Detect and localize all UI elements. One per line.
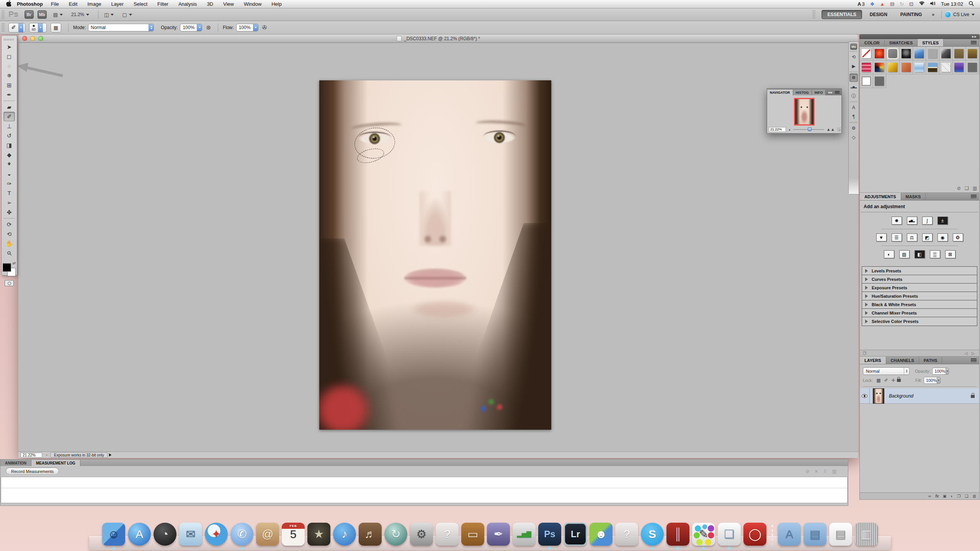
dock-addressbook-icon[interactable]: @ xyxy=(256,523,279,546)
dock-facetime-icon[interactable]: ✆ xyxy=(230,523,253,546)
select-measurements-icon[interactable]: ⊘ xyxy=(805,469,809,474)
zoom-window-button[interactable] xyxy=(38,36,43,41)
type-tool[interactable]: T xyxy=(3,188,15,198)
pen-tool[interactable]: ✑ xyxy=(3,179,15,188)
cs-live-button[interactable]: CS Live xyxy=(945,11,975,18)
color-balance-icon[interactable]: ⚖ xyxy=(907,233,917,241)
measurement-log-table[interactable] xyxy=(1,477,848,503)
style-none[interactable] xyxy=(860,47,873,60)
new-adjustment-icon[interactable]: ◐ xyxy=(951,494,953,498)
menu-item-analysis[interactable]: Analysis xyxy=(173,1,202,7)
dock-documents-folder-icon[interactable]: ▤ xyxy=(804,523,826,546)
menu-item-window[interactable]: Window xyxy=(239,1,266,7)
opacity-field[interactable]: 100%▼ xyxy=(180,24,202,31)
add-mask-icon[interactable]: ▣ xyxy=(943,494,946,498)
navigator-zoom-slider[interactable] xyxy=(793,127,824,131)
style-abstract[interactable] xyxy=(873,60,887,74)
canvas-area[interactable] xyxy=(18,43,858,452)
style-lightblue[interactable] xyxy=(913,60,926,74)
lock-all-icon[interactable] xyxy=(897,379,901,382)
clear-style-icon[interactable]: ⊘ xyxy=(957,186,961,191)
vibrance-icon[interactable]: ▼ xyxy=(876,233,887,241)
menu-item-file[interactable]: File xyxy=(46,1,64,7)
healing-brush-tool[interactable]: ▰ xyxy=(3,102,15,112)
menu-item-layer[interactable]: Layer xyxy=(106,1,129,7)
delete-measurements-icon[interactable]: ▥ xyxy=(832,469,836,474)
lock-move-icon[interactable]: ✛ xyxy=(892,378,895,383)
eyedropper-tool[interactable]: ✒ xyxy=(3,90,15,99)
menu-clock[interactable]: Tue 13:02 xyxy=(941,1,963,7)
style-purple[interactable] xyxy=(953,60,966,74)
dock-garageband-icon[interactable]: ♬ xyxy=(359,523,382,546)
layer-thumbnail[interactable] xyxy=(873,388,884,404)
navigator-icon[interactable]: ☸ xyxy=(849,73,858,82)
layer-fill-field[interactable]: 100%▼ xyxy=(924,377,941,384)
status-flyout-arrow[interactable] xyxy=(109,453,111,456)
dock-ical-icon[interactable]: 5FEB xyxy=(282,523,305,546)
minimize-button[interactable] xyxy=(30,36,35,41)
tab-adjustments[interactable]: ADJUSTMENTS xyxy=(860,193,901,200)
zoom-out-icon[interactable]: ▲ xyxy=(788,128,791,131)
dock-mail-icon[interactable]: ✉ xyxy=(179,523,202,546)
preset-channel-mixer-presets[interactable]: Channel Mixer Presets xyxy=(862,309,977,317)
expanded-view-icon[interactable]: ❒ xyxy=(863,351,866,355)
paragraph-icon[interactable]: ¶ xyxy=(849,112,858,121)
new-style-icon[interactable]: ❏ xyxy=(965,186,969,191)
selective-color-icon[interactable]: ⊠ xyxy=(945,250,956,258)
quick-mask-button[interactable] xyxy=(5,280,14,286)
menu-app-name[interactable]: Photoshop xyxy=(17,1,43,7)
hand-tool[interactable]: ✋ xyxy=(3,239,15,248)
dock-photoshop-icon[interactable]: Ps xyxy=(538,523,561,546)
screen-mode-button[interactable]: ▢ xyxy=(119,10,134,19)
deselect-measurements-icon[interactable]: ✕ xyxy=(815,469,818,474)
history-brush-tool[interactable]: ↺ xyxy=(3,131,15,140)
tool-presets-icon[interactable]: ⚙ xyxy=(849,124,858,132)
preset-levels-presets[interactable]: Levels Presets xyxy=(862,267,977,275)
quick-selection-tool[interactable]: ✵ xyxy=(3,71,15,80)
dock-safari-icon[interactable]: ✦ xyxy=(205,523,228,546)
toggle-brush-panel-button[interactable]: ▦ xyxy=(51,23,61,33)
menu-item-3d[interactable]: 3D xyxy=(202,1,218,7)
dodge-tool[interactable]: ◒ xyxy=(3,169,15,179)
zoom-tool[interactable]: ⚲ xyxy=(3,248,15,258)
preset-hue-saturation-presets[interactable]: Hue/Saturation Presets xyxy=(862,292,977,300)
style-outline[interactable] xyxy=(860,74,873,88)
black-white-icon[interactable]: ◩ xyxy=(922,233,933,241)
histogram-icon[interactable]: ▂▅▂ xyxy=(849,83,858,91)
navigator-thumbnail[interactable] xyxy=(794,98,815,126)
menu-item-edit[interactable]: Edit xyxy=(64,1,82,7)
wifi-icon[interactable] xyxy=(919,1,925,7)
tab-paths[interactable]: PATHS xyxy=(919,357,942,364)
zoom-level-button[interactable]: 21.2% xyxy=(69,10,92,19)
dock-itunes-icon[interactable]: ♪ xyxy=(333,523,356,546)
tab-color[interactable]: COLOR xyxy=(860,39,885,46)
style-dark-flat[interactable] xyxy=(966,60,979,74)
export-measurements-icon[interactable]: ⇩ xyxy=(823,469,827,474)
dock-imovie-icon[interactable]: ★ xyxy=(307,523,330,546)
custom-shape-tool[interactable]: ✤ xyxy=(3,207,15,217)
dock-timemachine-icon[interactable]: ↻ xyxy=(384,523,407,546)
style-flat-gray[interactable] xyxy=(926,47,939,60)
brush-preset-picker[interactable]: ✐ ▼ xyxy=(8,23,25,33)
dropbox-icon[interactable]: ❖ xyxy=(870,1,875,7)
brightness-contrast-icon[interactable]: ✺ xyxy=(892,217,902,225)
photo-filter-icon[interactable]: ◉ xyxy=(938,233,948,241)
3d-rotate-tool[interactable]: ⟳ xyxy=(3,220,15,229)
brush-size-picker[interactable]: ●60 ▼ xyxy=(29,23,47,33)
dock-iphoto-icon[interactable]: ❏ xyxy=(718,523,741,546)
status-zoom-field[interactable]: 21.22% xyxy=(21,453,42,458)
mini-bridge-icon[interactable]: Mb xyxy=(850,44,857,50)
layer-style-icon[interactable]: fx xyxy=(935,494,939,498)
panel-menu-icon[interactable] xyxy=(971,195,977,198)
sync-icon[interactable]: ↻ xyxy=(900,1,904,7)
navigator-tab-info[interactable]: INFO xyxy=(812,90,826,95)
style-black-orb[interactable] xyxy=(900,47,913,60)
adobe-updater-icon[interactable]: A3 xyxy=(858,1,865,7)
slider-thumb[interactable] xyxy=(808,127,812,131)
navigator-zoom-field[interactable]: 21.22% xyxy=(769,127,786,132)
blur-tool[interactable]: ♠ xyxy=(3,160,15,169)
preset-black-white-presets[interactable]: Black & White Presets xyxy=(862,300,977,309)
dock-adobe-air-icon[interactable]: ◯ xyxy=(743,523,766,546)
dock-pages-icon[interactable]: ✒ xyxy=(487,523,510,546)
foreground-color[interactable] xyxy=(3,263,11,272)
